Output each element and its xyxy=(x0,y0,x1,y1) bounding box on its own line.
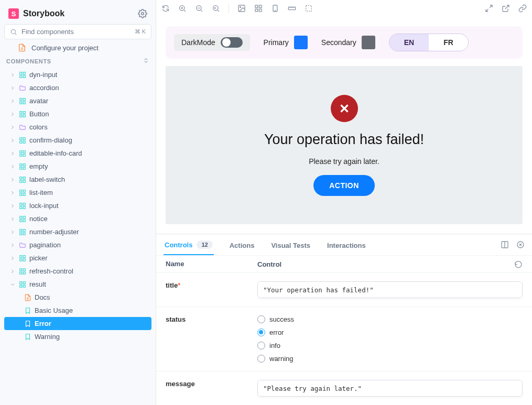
sidebar-item-notice[interactable]: notice xyxy=(4,212,151,225)
sidebar-item-picker[interactable]: picker xyxy=(4,251,151,265)
status-option-warning[interactable]: warning xyxy=(257,355,294,363)
chevron-right-icon xyxy=(9,268,16,275)
fullscreen-icon[interactable] xyxy=(485,4,493,13)
chevron-right-icon xyxy=(9,72,16,78)
svg-rect-33 xyxy=(23,193,25,195)
viewport-icon[interactable] xyxy=(271,4,279,13)
sidebar-item-docs[interactable]: Docs xyxy=(4,291,151,304)
gear-icon[interactable] xyxy=(138,9,147,18)
sidebar-item-editable-info-card[interactable]: editable-info-card xyxy=(4,147,151,160)
sidebar-item-label: list-item xyxy=(29,189,53,196)
sidebar-item-list-item[interactable]: list-item xyxy=(4,186,151,199)
zoom-in-icon[interactable] xyxy=(178,4,187,13)
primary-swatch[interactable] xyxy=(294,36,308,49)
sidebar-item-label: number-adjuster xyxy=(29,228,79,236)
copy-link-icon[interactable] xyxy=(518,4,527,13)
measure-icon[interactable] xyxy=(288,4,296,13)
sidebar-item-confirm-dialog[interactable]: confirm-dialog xyxy=(4,134,151,147)
reset-controls-icon[interactable] xyxy=(514,260,523,268)
sidebar-item-pagination[interactable]: pagination xyxy=(4,238,151,251)
section-components-label[interactable]: COMPONENTS xyxy=(6,58,51,64)
svg-rect-51 xyxy=(23,268,25,270)
panel-position-icon[interactable] xyxy=(501,240,509,249)
search-input[interactable]: Find components ⌘ K xyxy=(4,24,151,39)
svg-rect-30 xyxy=(20,190,22,192)
search-placeholder: Find components xyxy=(21,28,131,36)
zoom-reset-icon[interactable] xyxy=(212,4,220,13)
sidebar-item-button[interactable]: Button xyxy=(4,107,151,121)
story-icon xyxy=(24,320,31,327)
sidebar-item-number-adjuster[interactable]: number-adjuster xyxy=(4,225,151,238)
canvas-toolbar xyxy=(156,0,532,17)
addons-panel: Controls12ActionsVisual TestsInteraction… xyxy=(156,234,532,400)
background-icon[interactable] xyxy=(237,4,246,13)
sidebar-item-result[interactable]: result xyxy=(4,278,151,291)
title-input[interactable] xyxy=(257,281,523,298)
component-icon xyxy=(19,137,26,144)
chevron-right-icon xyxy=(9,242,16,248)
component-icon xyxy=(19,268,26,275)
lang-fr[interactable]: FR xyxy=(429,34,468,51)
sidebar-item-lock-input[interactable]: lock-input xyxy=(4,199,151,212)
status-option-error[interactable]: error xyxy=(257,329,294,336)
folder-icon xyxy=(19,84,26,92)
sidebar-item-label: editable-info-card xyxy=(29,149,82,157)
component-icon xyxy=(19,97,26,105)
svg-rect-26 xyxy=(20,177,22,179)
lang-en[interactable]: EN xyxy=(389,34,429,51)
outline-icon[interactable] xyxy=(305,4,313,13)
storybook-logo[interactable]: S Storybook xyxy=(8,8,64,19)
panel-tab-visual-tests[interactable]: Visual Tests xyxy=(270,234,311,255)
result-action-button[interactable]: ACTION xyxy=(313,175,375,196)
panel-tab-actions[interactable]: Actions xyxy=(229,234,256,255)
sidebar-item-refresh-control[interactable]: refresh-control xyxy=(4,265,151,278)
control-row-title: title* xyxy=(156,273,532,307)
required-icon: * xyxy=(178,281,180,289)
sidebar-item-label: lock-input xyxy=(29,202,59,210)
sidebar-item-empty[interactable]: empty xyxy=(4,160,151,173)
svg-rect-2 xyxy=(20,72,22,74)
remount-icon[interactable] xyxy=(161,4,170,13)
sidebar-item-error[interactable]: Error xyxy=(4,317,151,330)
svg-rect-43 xyxy=(23,229,25,231)
sidebar-item-avatar[interactable]: avatar xyxy=(4,94,151,107)
sidebar-item-colors[interactable]: colors xyxy=(4,121,151,134)
secondary-swatch[interactable] xyxy=(362,36,375,49)
globals-bar: DarkMode Primary Secondary EN FR xyxy=(166,26,523,59)
sidebar-item-dyn-input[interactable]: dyn-input xyxy=(4,68,151,81)
status-option-info[interactable]: info xyxy=(257,342,294,349)
message-input[interactable] xyxy=(257,380,523,397)
svg-rect-28 xyxy=(20,180,22,182)
svg-rect-64 xyxy=(259,5,262,8)
panel-close-icon[interactable] xyxy=(516,240,525,249)
zoom-out-icon[interactable] xyxy=(195,4,203,13)
sidebar-item-label-switch[interactable]: label-switch xyxy=(4,173,151,186)
svg-rect-54 xyxy=(20,281,22,283)
sidebar-item-label: dyn-input xyxy=(29,71,57,79)
status-option-success[interactable]: success xyxy=(257,315,294,323)
search-icon xyxy=(10,28,17,36)
panel-tab-controls[interactable]: Controls12 xyxy=(164,234,214,255)
component-icon xyxy=(19,281,26,288)
open-isolated-icon[interactable] xyxy=(502,4,510,13)
grid-icon[interactable] xyxy=(254,4,263,13)
chevron-right-icon xyxy=(9,163,16,170)
toggle-icon xyxy=(221,37,243,48)
svg-rect-32 xyxy=(20,193,22,195)
folder-icon xyxy=(19,242,26,249)
darkmode-toggle[interactable]: DarkMode xyxy=(174,34,250,51)
sidebar-item-accordion[interactable]: accordion xyxy=(4,81,151,94)
sidebar-item-basic-usage[interactable]: Basic Usage xyxy=(4,304,151,317)
svg-rect-68 xyxy=(288,7,295,9)
component-icon xyxy=(19,215,26,223)
configure-link[interactable]: Configure your project xyxy=(4,39,151,57)
doc-icon xyxy=(24,294,31,301)
main: DarkMode Primary Secondary EN FR xyxy=(156,0,532,405)
error-circle-icon xyxy=(331,95,358,122)
expand-collapse-icon[interactable] xyxy=(143,57,149,65)
sidebar-item-warning[interactable]: Warning xyxy=(4,330,151,343)
sidebar-item-label: result xyxy=(29,280,46,288)
svg-rect-63 xyxy=(255,5,258,8)
panel-tab-interactions[interactable]: Interactions xyxy=(326,234,367,255)
svg-rect-13 xyxy=(23,115,25,117)
